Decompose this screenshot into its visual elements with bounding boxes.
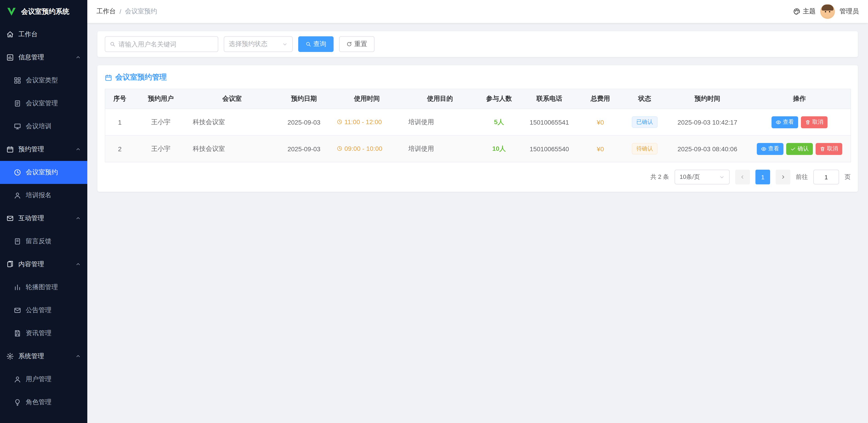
eye-icon (776, 119, 781, 125)
column-header: 总费用 (578, 89, 623, 109)
sidebar-group-system[interactable]: 系统管理 (0, 345, 87, 368)
column-header: 使用时间 (331, 89, 403, 109)
sidebar: 会议室预约系统 工作台 信息管理 会议室类型 会议室管理 会议培训 预约管理 (0, 0, 87, 423)
sidebar-item-label: 资讯管理 (26, 329, 52, 337)
status-select-placeholder: 选择预约状态 (229, 40, 268, 48)
sidebar-item-role-manage[interactable]: 角色管理 (0, 391, 87, 414)
cell-phone: 15010065540 (521, 135, 578, 162)
theme-label: 主题 (803, 7, 816, 16)
clock-icon (337, 119, 342, 125)
page-unit-label: 页 (844, 173, 850, 181)
next-page-button[interactable] (776, 170, 790, 184)
sidebar-item-label: 角色管理 (26, 398, 52, 406)
cell-purpose: 培训使用 (403, 135, 477, 162)
page-number-1[interactable]: 1 (755, 170, 770, 184)
column-header: 操作 (748, 89, 851, 109)
topbar: 工作台 / 会议室预约 主题 管理员 (87, 0, 868, 23)
trash-icon (820, 146, 825, 151)
sidebar-item-room-manage[interactable]: 会议室管理 (0, 92, 87, 115)
check-icon (790, 146, 796, 151)
page-size-select[interactable]: 10条/页 (675, 170, 730, 184)
eye-icon (761, 146, 767, 151)
mail-icon (6, 215, 14, 222)
column-header: 会议室 (187, 89, 277, 109)
grid-icon (14, 77, 21, 84)
sidebar-item-room-type[interactable]: 会议室类型 (0, 69, 87, 92)
chevron-left-icon (740, 174, 745, 180)
sidebar-item-meeting-training[interactable]: 会议培训 (0, 115, 87, 138)
sidebar-group-interaction[interactable]: 互动管理 (0, 207, 87, 230)
clock-icon (14, 169, 21, 176)
sidebar-item-news[interactable]: 资讯管理 (0, 322, 87, 345)
status-badge: 已确认 (632, 116, 657, 128)
prev-page-button[interactable] (735, 170, 750, 184)
sidebar-group-content[interactable]: 内容管理 (0, 253, 87, 276)
app-title: 会议室预约系统 (21, 7, 69, 16)
sidebar-item-label: 留言反馈 (26, 237, 52, 245)
cell-index: 1 (105, 109, 134, 135)
search-button[interactable]: 查询 (298, 36, 334, 52)
cell-created: 2025-09-03 10:42:17 (666, 109, 748, 135)
reset-button-label: 重置 (354, 40, 367, 48)
cancel-button[interactable]: 取消 (801, 116, 828, 128)
sidebar-group-label: 信息管理 (19, 53, 44, 62)
sidebar-item-user-manage[interactable]: 用户管理 (0, 368, 87, 391)
goto-page-input[interactable] (813, 170, 839, 184)
main-content: 选择预约状态 查询 重置 会议室预约管理 (87, 23, 868, 423)
confirm-button[interactable]: 确认 (786, 143, 813, 155)
sidebar-item-label: 公告管理 (26, 306, 52, 314)
chevron-up-icon (75, 147, 81, 152)
column-header: 预约日期 (277, 89, 331, 109)
column-header: 序号 (105, 89, 134, 109)
reset-button[interactable]: 重置 (339, 36, 374, 52)
column-header: 状态 (623, 89, 666, 109)
pagination: 共 2 条 10条/页 1 前往 页 (105, 170, 850, 186)
app-logo: 会议室预约系统 (0, 0, 87, 23)
booking-table: 序号 预约用户 会议室 预约日期 使用时间 使用目的 参与人数 联系电话 总费用… (105, 89, 851, 162)
content-icon (6, 261, 14, 268)
sidebar-item-label: 培训报名 (26, 191, 52, 200)
breadcrumb-root[interactable]: 工作台 (96, 7, 116, 16)
sidebar-item-workbench[interactable]: 工作台 (0, 23, 87, 46)
sidebar-item-label: 会议培训 (26, 122, 52, 130)
sidebar-item-room-booking[interactable]: 会议室预约 (0, 161, 87, 184)
chevron-up-icon (75, 216, 81, 221)
table-header-row: 序号 预约用户 会议室 预约日期 使用时间 使用目的 参与人数 联系电话 总费用… (105, 89, 851, 109)
sidebar-item-training-signup[interactable]: 培训报名 (0, 184, 87, 207)
avatar[interactable] (820, 4, 835, 19)
sidebar-item-label: 会议室预约 (26, 168, 58, 177)
theme-toggle[interactable]: 主题 (793, 7, 816, 16)
view-button[interactable]: 查看 (772, 116, 798, 128)
sidebar-item-label: 会议室管理 (26, 99, 58, 108)
breadcrumb-separator: / (120, 8, 121, 15)
chevron-up-icon (75, 55, 81, 60)
sidebar-item-carousel[interactable]: 轮播图管理 (0, 276, 87, 299)
sidebar-group-booking[interactable]: 预约管理 (0, 138, 87, 161)
theme-icon (793, 8, 801, 15)
chevron-right-icon (780, 174, 786, 180)
cell-index: 2 (105, 135, 134, 162)
save-icon (14, 330, 21, 337)
feedback-icon (14, 238, 21, 245)
calendar-icon (105, 74, 112, 81)
cancel-button[interactable]: 取消 (816, 143, 842, 155)
chevron-up-icon (75, 262, 81, 267)
cell-status: 待确认 (623, 135, 666, 162)
view-button[interactable]: 查看 (757, 143, 783, 155)
total-count: 共 2 条 (650, 173, 669, 181)
mail-icon (14, 307, 21, 314)
filter-bar: 选择预约状态 查询 重置 (97, 31, 858, 57)
keyword-input[interactable] (119, 40, 213, 48)
presentation-icon (14, 123, 21, 130)
sidebar-group-info[interactable]: 信息管理 (0, 46, 87, 69)
cell-people: 10人 (477, 135, 521, 162)
user-icon (14, 192, 21, 199)
sidebar-item-announcement[interactable]: 公告管理 (0, 299, 87, 322)
clock-icon (337, 146, 342, 151)
cell-people: 5人 (477, 109, 521, 135)
cell-fee: ¥0 (578, 109, 623, 135)
sidebar-item-feedback[interactable]: 留言反馈 (0, 230, 87, 253)
table-row: 2 王小宇 科技会议室 2025-09-03 09:00 - 10:00 培训使… (105, 135, 851, 162)
bar-chart-icon (14, 284, 21, 291)
status-select[interactable]: 选择预约状态 (224, 36, 293, 52)
